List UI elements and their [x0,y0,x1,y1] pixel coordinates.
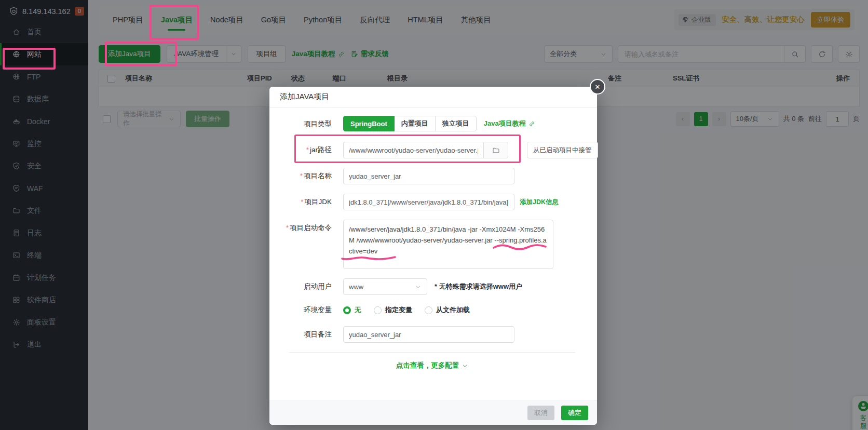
required-asterisk: * [301,198,303,206]
browse-folder-button[interactable] [483,142,508,158]
form-row-project-jdk: *项目JDK 添加JDK信息 [280,194,585,210]
field-label: *项目名称 [280,168,332,184]
form-row-start-command: *项目启动命令 /www/server/java/jdk1.8.0_371/bi… [280,220,585,269]
field-label: 项目类型 [280,116,332,132]
folder-icon [492,146,500,154]
form-row-jar-path: *jar路径 从已启动项目中接管 [280,142,585,158]
more-config-link[interactable]: 点击查看，更多配置 [280,361,585,370]
type-option-standalone[interactable]: 独立项目 [435,116,477,131]
radio-env-none[interactable]: 无 [343,305,361,315]
takeover-running-project-button[interactable]: 从已启动项目中接管 [527,142,598,158]
add-jdk-info-link[interactable]: 添加JDK信息 [520,194,559,210]
modal-body: 项目类型 SpringBoot 内置项目 独立项目 Java项目教程 *jar路… [269,108,597,370]
radio-env-from-file[interactable]: 从文件加载 [425,305,470,315]
run-user-select[interactable]: www [343,278,427,295]
run-user-hint: * 无特殊需求请选择www用户 [435,278,522,295]
modal-divider [289,352,575,353]
modal-header: 添加JAVA项目 [269,87,597,108]
jar-path-input-group [343,142,508,158]
modal-java-tutorial-link[interactable]: Java项目教程 [484,119,535,128]
required-asterisk: * [306,146,309,154]
confirm-button[interactable]: 确定 [561,406,588,420]
form-row-remark: 项目备注 [280,326,585,343]
add-java-project-modal: ✕ 添加JAVA项目 项目类型 SpringBoot 内置项目 独立项目 Jav… [269,87,597,425]
form-row-project-type: 项目类型 SpringBoot 内置项目 独立项目 Java项目教程 [280,116,585,132]
cancel-button[interactable]: 取消 [527,406,554,420]
radio-dot [425,306,432,314]
required-asterisk: * [300,172,303,180]
modal-close-button[interactable]: ✕ [590,79,605,95]
field-label: *项目JDK [280,194,332,210]
field-label: *项目启动命令 [280,220,332,236]
close-icon: ✕ [595,83,601,91]
project-type-button-group: SpringBoot 内置项目 独立项目 [343,116,477,131]
field-label: 环境变量 [280,304,332,316]
form-row-run-user: 启动用户 www * 无特殊需求请选择www用户 [280,278,585,295]
type-option-springboot[interactable]: SpringBoot [343,116,395,131]
start-command-textarea[interactable]: /www/server/java/jdk1.8.0_371/bin/java -… [343,220,553,269]
required-asterisk: * [286,224,289,232]
project-jdk-input[interactable] [343,194,514,210]
form-row-env-vars: 环境变量 无 指定变量 从文件加载 [280,304,585,316]
project-name-input[interactable] [343,168,514,184]
field-label: 项目备注 [280,326,332,343]
modal-footer: 取消 确定 [269,400,597,425]
radio-env-specify[interactable]: 指定变量 [374,305,412,315]
link-icon [528,120,535,127]
project-remark-input[interactable] [343,326,514,343]
chevron-down-icon [462,362,468,369]
modal-title: 添加JAVA项目 [280,92,329,102]
env-vars-radio-group: 无 指定变量 从文件加载 [343,304,470,316]
type-option-builtin[interactable]: 内置项目 [394,116,436,131]
radio-dot [343,306,351,314]
field-label: 启动用户 [280,278,332,295]
field-label: *jar路径 [280,142,332,158]
form-row-project-name: *项目名称 [280,168,585,184]
radio-dot [374,306,382,314]
chevron-down-icon [415,284,422,290]
jar-path-input[interactable] [343,142,483,158]
